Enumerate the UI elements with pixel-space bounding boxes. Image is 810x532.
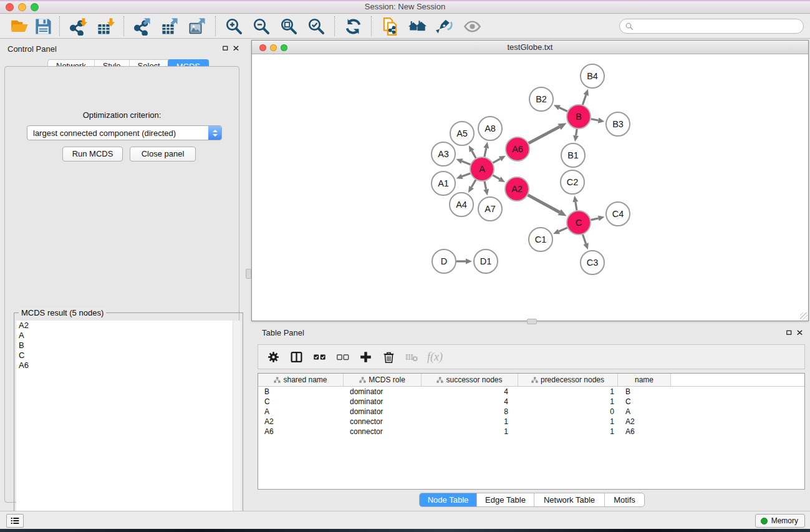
run-mcds-button[interactable]: Run MCDS: [62, 147, 123, 162]
table-cell[interactable]: C: [258, 397, 344, 406]
home-layout-button[interactable]: [403, 15, 431, 37]
table-cell[interactable]: 4: [422, 387, 518, 396]
close-panel-icon[interactable]: [232, 44, 240, 52]
deselect-all-checks-button[interactable]: [331, 346, 354, 367]
table-cell[interactable]: C: [618, 397, 671, 406]
table-cell[interactable]: A: [618, 407, 671, 416]
node-C1[interactable]: C1: [529, 228, 552, 251]
tab-node-table[interactable]: Node Table: [420, 493, 476, 506]
table-cell[interactable]: 1: [518, 387, 618, 396]
create-column-button[interactable]: [354, 346, 377, 367]
mcds-result-item[interactable]: B: [16, 341, 241, 351]
edge-B-B4[interactable]: [582, 89, 589, 105]
memory-button[interactable]: Memory: [755, 514, 805, 528]
table-cell[interactable]: dominator: [344, 407, 422, 416]
tab-motifs[interactable]: Motifs: [604, 493, 644, 506]
table-row[interactable]: Cdominator41C: [258, 397, 804, 407]
edge-A-A2[interactable]: [493, 175, 505, 182]
float-panel-icon[interactable]: [221, 44, 229, 52]
node-A7[interactable]: A7: [478, 197, 502, 221]
table-row[interactable]: A2connector11A2: [258, 417, 804, 427]
table-cell[interactable]: B: [618, 387, 671, 396]
table-cell[interactable]: 4: [422, 397, 518, 406]
criterion-select[interactable]: largest connected component (directed): [27, 125, 222, 140]
edge-C-C2[interactable]: [572, 196, 578, 210]
edge-A2-C[interactable]: [528, 195, 567, 216]
tab-edge-table[interactable]: Edge Table: [476, 493, 534, 506]
network-zoom-button[interactable]: [281, 44, 287, 51]
search-field[interactable]: [619, 19, 804, 34]
close-panel-button[interactable]: Close panel: [130, 147, 196, 162]
window-resize-grip[interactable]: [800, 312, 808, 320]
toggle-details-button[interactable]: [458, 15, 486, 37]
column-header-shared-name[interactable]: shared name: [258, 374, 344, 386]
table-cell[interactable]: B: [258, 387, 344, 396]
table-row[interactable]: Bdominator41B: [258, 387, 804, 397]
edge-A-A6[interactable]: [493, 156, 505, 163]
node-B4[interactable]: B4: [581, 64, 604, 88]
export-network-button[interactable]: [128, 15, 156, 37]
mcds-result-item[interactable]: A2: [16, 321, 241, 331]
table-cell[interactable]: dominator: [344, 387, 422, 396]
edge-C-C3[interactable]: [583, 235, 589, 249]
edge-D-D1[interactable]: [456, 259, 472, 264]
network-minimize-button[interactable]: [270, 44, 277, 51]
table-cell[interactable]: connector: [344, 427, 422, 436]
edge-A6-B[interactable]: [529, 123, 567, 143]
export-image-button[interactable]: [183, 15, 211, 37]
node-C4[interactable]: C4: [606, 202, 630, 226]
network-close-button[interactable]: [259, 44, 266, 51]
close-table-panel-icon[interactable]: [796, 329, 804, 337]
open-session-button[interactable]: [7, 15, 31, 37]
node-B3[interactable]: B3: [606, 112, 630, 136]
edge-A-A1[interactable]: [456, 173, 471, 179]
column-header-predecessor-nodes[interactable]: predecessor nodes: [518, 374, 618, 386]
apply-style-button[interactable]: [431, 15, 458, 37]
table-cell[interactable]: A: [258, 407, 344, 416]
network-window-titlebar[interactable]: testGlobe.txt: [252, 41, 808, 54]
table-cell[interactable]: 1: [518, 427, 618, 436]
refresh-network-button[interactable]: [339, 15, 367, 37]
node-C2[interactable]: C2: [561, 170, 584, 194]
column-header-successor-nodes[interactable]: successor nodes: [422, 374, 518, 386]
table-cell[interactable]: A6: [258, 427, 344, 436]
node-B1[interactable]: B1: [561, 143, 585, 167]
table-row[interactable]: A6connector11A6: [258, 427, 804, 437]
table-row[interactable]: Adominator80A: [258, 407, 804, 417]
network-graph[interactable]: B4B2BB3B1A5A8A6A3AA1A2A4A7C2C4CC1C3DD1: [252, 55, 808, 321]
toggle-column-button[interactable]: [285, 346, 308, 367]
edge-C-C4[interactable]: [591, 216, 605, 221]
table-cell[interactable]: 0: [518, 407, 618, 416]
node-A2[interactable]: A2: [505, 177, 529, 201]
delete-columns-button[interactable]: [377, 346, 400, 367]
import-table-button[interactable]: [92, 15, 119, 37]
result-scrollbar[interactable]: [233, 321, 241, 523]
horizontal-split-handle[interactable]: [527, 319, 537, 324]
table-cell[interactable]: 1: [518, 397, 618, 406]
node-A4[interactable]: A4: [450, 193, 473, 216]
edge-C-C1[interactable]: [553, 228, 567, 234]
node-B2[interactable]: B2: [529, 87, 553, 111]
table-cell[interactable]: A6: [618, 427, 671, 436]
tab-network-table[interactable]: Network Table: [534, 493, 604, 506]
node-C3[interactable]: C3: [581, 251, 604, 274]
mcds-result-item[interactable]: A: [16, 331, 241, 341]
node-A6[interactable]: A6: [506, 137, 529, 161]
task-history-button[interactable]: [6, 514, 24, 528]
edge-B-B1[interactable]: [573, 129, 579, 142]
node-D1[interactable]: D1: [474, 249, 498, 273]
table-cell[interactable]: connector: [344, 417, 422, 426]
table-cell[interactable]: 8: [422, 407, 518, 416]
search-input[interactable]: [637, 22, 798, 31]
mcds-result-list[interactable]: A2ABCA6: [16, 321, 241, 523]
zoom-selected-button[interactable]: [302, 15, 330, 37]
table-cell[interactable]: 1: [422, 417, 518, 426]
edge-B-B2[interactable]: [554, 105, 567, 111]
column-header-name[interactable]: name: [618, 374, 671, 386]
float-table-panel-icon[interactable]: [785, 329, 793, 337]
table-cell[interactable]: 1: [422, 427, 518, 436]
node-A1[interactable]: A1: [432, 172, 455, 195]
zoom-in-button[interactable]: [220, 15, 248, 37]
zoom-out-button[interactable]: [248, 15, 275, 37]
node-A[interactable]: A: [470, 157, 494, 181]
